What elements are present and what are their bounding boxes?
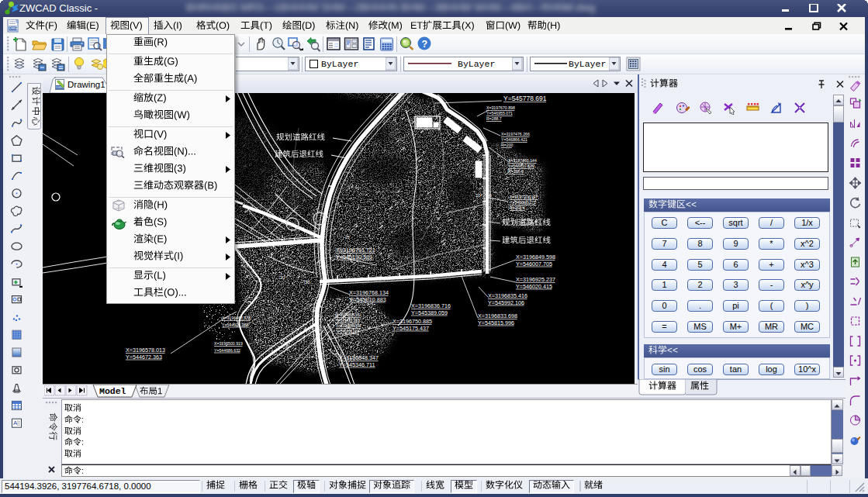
svg-text:Y=545346.711: Y=545346.711 xyxy=(339,361,375,368)
svg-text:X=8196620.101: X=8196620.101 xyxy=(336,313,361,317)
svg-text:Y=545778.691: Y=545778.691 xyxy=(503,95,547,102)
svg-text:Y=545E10.883: Y=545E10.883 xyxy=(349,296,386,303)
svg-text:Y=546046.272: Y=546046.272 xyxy=(510,200,536,205)
svg-text:R=288.7: R=288.7 xyxy=(486,116,502,121)
svg-text:X=3197476.266: X=3197476.266 xyxy=(501,132,530,136)
svg-text:Y=545175.437: Y=545175.437 xyxy=(393,325,429,332)
svg-text:Y=546037.629: Y=546037.629 xyxy=(508,164,534,168)
svg-text:10: 10 xyxy=(475,193,481,198)
svg-text:Y=546020.415: Y=546020.415 xyxy=(516,283,552,290)
svg-text:25: 25 xyxy=(345,235,350,240)
svg-text:Y=545815.996: Y=545815.996 xyxy=(478,319,514,326)
svg-text:30: 30 xyxy=(305,280,310,285)
svg-text:X=3196468.578: X=3196468.578 xyxy=(222,316,251,320)
svg-text:Y=545190.589: Y=545190.589 xyxy=(336,254,372,261)
svg-text:R=302.4: R=302.4 xyxy=(510,205,525,210)
svg-text:Y=545992.106: Y=545992.106 xyxy=(488,299,524,306)
svg-text:X=3197460.144: X=3197460.144 xyxy=(508,158,537,163)
svg-text:R=206.6: R=206.6 xyxy=(508,169,524,174)
svg-text:Y=545389.059: Y=545389.059 xyxy=(411,309,448,316)
svg-text:20: 20 xyxy=(486,193,492,198)
svg-text:20: 20 xyxy=(280,275,285,280)
svg-text:Y=546007.705: Y=546007.705 xyxy=(516,261,552,267)
svg-text:Y=545629.3E8: Y=545629.3E8 xyxy=(336,319,360,323)
svg-text:Y=544686.632: Y=544686.632 xyxy=(214,348,240,353)
svg-text:DWG: DWG xyxy=(9,26,18,30)
svg-text:Y=546866.421: Y=546866.421 xyxy=(501,137,527,142)
svg-text:R=200: R=200 xyxy=(501,143,514,147)
svg-text:Y=546955.071: Y=546955.071 xyxy=(486,111,513,116)
svg-text:Y=544931.383: Y=544931.383 xyxy=(222,323,248,327)
svg-text:Y=544672.363: Y=544672.363 xyxy=(126,354,162,361)
svg-text:Y=545638.771: Y=545638.771 xyxy=(336,330,359,333)
svg-text:X=3196500.919: X=3196500.919 xyxy=(214,341,243,346)
svg-text:X=3197670.898: X=3197670.898 xyxy=(486,105,515,110)
svg-text:?: ? xyxy=(421,39,427,50)
svg-text:X=3197306.117: X=3197306.117 xyxy=(510,195,538,199)
svg-text:X=8196658.456: X=8196658.456 xyxy=(336,324,361,328)
